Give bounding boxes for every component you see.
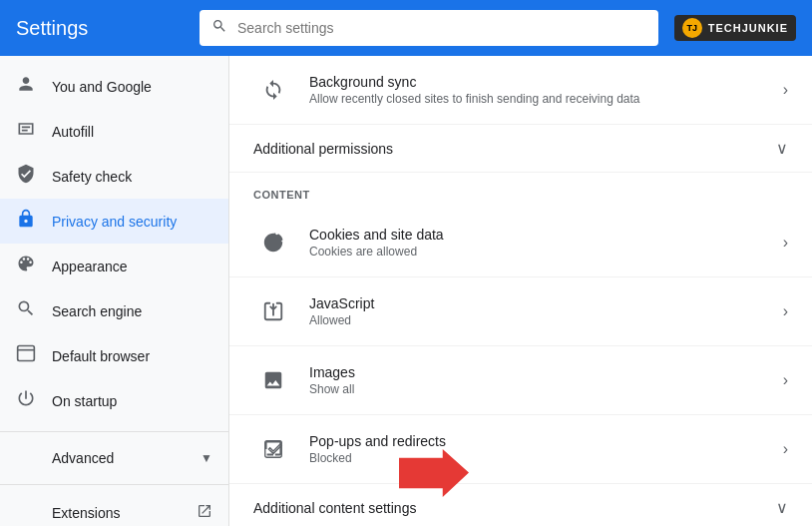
svg-rect-0 (18, 346, 35, 361)
sidebar-label-you-google: You and Google (52, 79, 212, 95)
content-section-label: Content (253, 189, 310, 201)
sidebar-item-advanced[interactable]: Advanced ▼ (0, 440, 228, 476)
additional-permissions-row[interactable]: Additional permissions ∨ (229, 125, 812, 173)
sidebar-item-you-google[interactable]: You and Google (0, 64, 228, 109)
person-icon (16, 74, 36, 99)
popups-row[interactable]: Pop-ups and redirects Blocked › (229, 415, 812, 484)
sidebar-label-privacy-security: Privacy and security (52, 214, 212, 230)
background-sync-chevron-icon: › (783, 81, 788, 99)
search-bar[interactable] (200, 10, 658, 46)
javascript-text: JavaScript Allowed (309, 295, 775, 327)
sidebar-item-default-browser[interactable]: Default browser (0, 333, 228, 378)
sidebar-divider-2 (0, 484, 228, 485)
background-sync-subtitle: Allow recently closed sites to finish se… (309, 92, 775, 106)
popups-subtitle: Blocked (309, 451, 775, 465)
sidebar-label-search-engine: Search engine (52, 303, 212, 319)
lock-icon (16, 209, 36, 234)
images-row[interactable]: Images Show all › (229, 346, 812, 415)
sidebar-label-extensions: Extensions (52, 505, 181, 521)
images-text: Images Show all (309, 364, 775, 396)
images-icon (253, 360, 293, 400)
sidebar-label-safety-check: Safety check (52, 169, 212, 185)
additional-content-settings-row[interactable]: Additional content settings ∨ (229, 484, 812, 526)
images-subtitle: Show all (309, 382, 775, 396)
javascript-icon (253, 291, 293, 331)
sidebar-label-on-startup: On startup (52, 393, 212, 409)
background-sync-text: Background sync Allow recently closed si… (309, 74, 775, 106)
top-bar: Settings TJ TECHJUNKIE (0, 0, 812, 56)
sidebar-item-safety-check[interactable]: Safety check (0, 154, 228, 199)
search-icon (211, 18, 227, 38)
search-engine-icon (16, 298, 36, 323)
page-title: Settings (16, 17, 176, 40)
sidebar-item-privacy-security[interactable]: Privacy and security (0, 199, 228, 244)
red-arrow (399, 448, 469, 502)
sidebar-label-autofill: Autofill (52, 124, 212, 140)
javascript-row[interactable]: JavaScript Allowed › (229, 277, 812, 346)
advanced-label: Advanced (52, 450, 185, 466)
additional-permissions-chevron-icon: ∨ (776, 139, 788, 158)
background-sync-icon (253, 70, 293, 110)
background-sync-title: Background sync (309, 74, 775, 90)
javascript-title: JavaScript (309, 295, 775, 311)
content-area: Background sync Allow recently closed si… (229, 56, 812, 526)
cookies-subtitle: Cookies are allowed (309, 245, 775, 259)
palette-icon (16, 254, 36, 278)
popups-text: Pop-ups and redirects Blocked (309, 433, 775, 465)
background-sync-row[interactable]: Background sync Allow recently closed si… (229, 56, 812, 125)
browser-icon (16, 343, 36, 368)
additional-content-container: Additional content settings ∨ (229, 484, 812, 526)
badge-icon: TJ (682, 18, 702, 38)
main-layout: You and Google Autofill Safety check Pri… (0, 56, 812, 526)
search-input[interactable] (237, 20, 646, 36)
cookies-row[interactable]: Cookies and site data Cookies are allowe… (229, 209, 812, 277)
additional-permissions-label: Additional permissions (253, 141, 776, 157)
popups-title: Pop-ups and redirects (309, 433, 775, 449)
shield-icon (16, 164, 36, 189)
sidebar-item-autofill[interactable]: Autofill (0, 109, 228, 154)
sidebar-label-appearance: Appearance (52, 259, 212, 274)
sidebar-item-search-engine[interactable]: Search engine (0, 288, 228, 333)
images-chevron-icon: › (783, 371, 788, 389)
javascript-subtitle: Allowed (309, 313, 775, 327)
content-section-header: Content (229, 173, 812, 209)
sidebar-item-extensions[interactable]: Extensions (0, 493, 228, 526)
svg-marker-7 (399, 449, 469, 497)
popups-chevron-icon: › (783, 440, 788, 458)
cookies-chevron-icon: › (783, 234, 788, 252)
power-icon (16, 388, 36, 413)
additional-content-settings-chevron-icon: ∨ (776, 498, 788, 517)
additional-content-settings-label: Additional content settings (253, 500, 776, 516)
badge-text: TECHJUNKIE (708, 22, 788, 34)
techjunkie-badge: TJ TECHJUNKIE (674, 15, 796, 41)
sidebar-item-on-startup[interactable]: On startup (0, 378, 228, 423)
sidebar-item-appearance[interactable]: Appearance (0, 244, 228, 288)
external-link-icon (197, 503, 212, 522)
autofill-icon (16, 119, 36, 144)
advanced-chevron-icon: ▼ (201, 451, 212, 465)
javascript-chevron-icon: › (783, 302, 788, 320)
cookies-text: Cookies and site data Cookies are allowe… (309, 227, 775, 259)
cookies-icon (253, 223, 293, 263)
sidebar-label-default-browser: Default browser (52, 348, 212, 364)
popups-icon (253, 429, 293, 469)
images-title: Images (309, 364, 775, 380)
content-wrapper: Background sync Allow recently closed si… (229, 56, 812, 526)
sidebar-divider (0, 431, 228, 432)
sidebar: You and Google Autofill Safety check Pri… (0, 56, 229, 526)
cookies-title: Cookies and site data (309, 227, 775, 243)
